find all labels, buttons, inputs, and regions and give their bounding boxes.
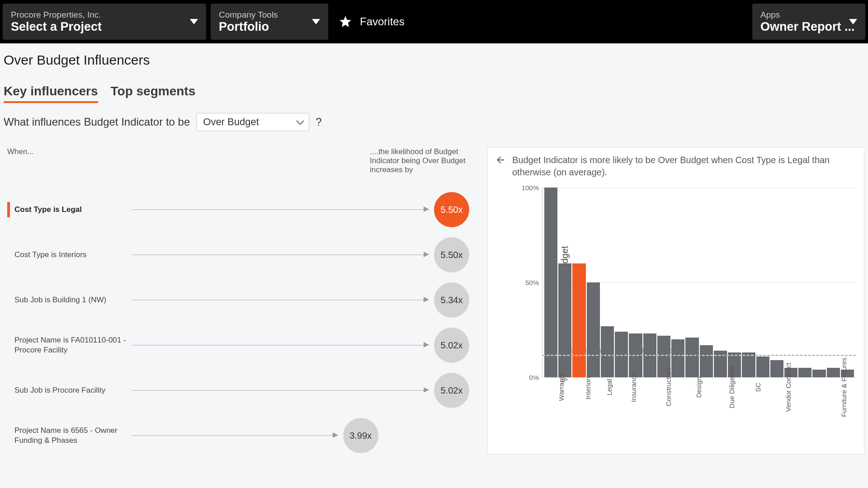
tab-key-influencers[interactable]: Key influencers (4, 84, 98, 103)
chart: %Budget Indicator is Over Budget 0%50%10… (514, 188, 856, 441)
star-icon (339, 15, 352, 28)
company-tools-selector[interactable]: Company Tools Portfolio (211, 4, 328, 40)
influencer-row[interactable]: Project Name is FA010110-001 - Procore F… (7, 323, 469, 368)
chart-bar[interactable] (587, 282, 600, 377)
apps-label: Apps (760, 10, 857, 20)
chart-ytick: 50% (525, 279, 542, 286)
insight-text: Budget Indicator is more likely to be Ov… (512, 154, 856, 178)
caret-down-icon (312, 19, 320, 24)
chart-bar[interactable] (572, 263, 585, 377)
influencer-label: Sub Job is Procore Facility (14, 385, 132, 395)
arrowhead-icon (424, 341, 429, 349)
page-title: Over Budget Influencers (4, 52, 864, 68)
apps-value: Owner Report ... (760, 20, 857, 34)
caret-down-icon (849, 19, 857, 24)
influencer-row[interactable]: Cost Type is Interiors5.50x (7, 232, 469, 277)
company-tools-label: Company Tools (219, 10, 320, 20)
tabs: Key influencers Top segments (4, 84, 864, 103)
project-selector[interactable]: Procore Properties, Inc. Select a Projec… (3, 4, 206, 40)
influencer-factor-bubble: 5.02x (434, 328, 469, 363)
target-value-dropdown[interactable]: Over Budget (196, 113, 309, 131)
influencer-track (132, 435, 338, 436)
chart-panel: Budget Indicator is more likely to be Ov… (487, 147, 864, 455)
chart-bar[interactable] (601, 326, 614, 377)
svg-marker-2 (340, 16, 351, 27)
project-selector-value: Select a Project (11, 20, 198, 34)
influencer-factor-bubble: 5.02x (434, 373, 469, 408)
tab-top-segments[interactable]: Top segments (111, 84, 196, 103)
back-arrow-icon[interactable] (496, 154, 506, 168)
svg-marker-9 (333, 432, 338, 438)
chart-bar[interactable] (544, 188, 557, 377)
svg-marker-1 (312, 19, 320, 24)
company-tools-value: Portfolio (219, 20, 320, 34)
arrowhead-icon (424, 206, 429, 214)
column-header-likelihood: ....the likelihood of Budget Indicator b… (370, 147, 469, 174)
svg-marker-8 (424, 387, 429, 393)
svg-marker-4 (424, 206, 429, 212)
column-header-when: When... (7, 147, 125, 174)
influencer-track (132, 254, 429, 255)
influencer-row[interactable]: Cost Type is Legal5.50x (7, 187, 469, 232)
influencer-factor-bubble: 3.99x (343, 418, 378, 453)
chart-bar[interactable] (558, 263, 571, 377)
svg-marker-6 (424, 297, 429, 302)
arrowhead-icon (333, 432, 338, 440)
influencer-track (132, 300, 429, 300)
influencer-track (132, 390, 429, 391)
svg-marker-3 (849, 19, 857, 24)
favorites-link[interactable]: Favorites (339, 15, 405, 28)
influencer-label: Cost Type is Interiors (14, 250, 132, 260)
chevron-down-icon (296, 116, 304, 128)
influencer-row[interactable]: Sub Job is Building 1 (NW)5.34x (7, 277, 469, 323)
influencer-track (132, 209, 429, 210)
influencer-factor-bubble: 5.50x (434, 192, 469, 227)
chart-ytick: 0% (529, 374, 542, 381)
influencer-row[interactable]: Project Name is 6565 - Owner Funding & P… (7, 413, 469, 458)
question-row: What influences Budget Indicator to be O… (4, 113, 864, 131)
svg-marker-5 (424, 252, 429, 257)
row-accent (7, 202, 10, 217)
influencer-factor-bubble: 5.50x (434, 237, 469, 272)
chart-xtick: Vendor Contract (784, 363, 840, 412)
question-suffix: ? (316, 116, 321, 128)
influencer-list: When... ....the likelihood of Budget Ind… (4, 147, 469, 458)
favorites-label: Favorites (360, 15, 405, 28)
target-value: Over Budget (203, 116, 259, 127)
svg-marker-0 (190, 19, 198, 24)
project-selector-company: Procore Properties, Inc. (11, 10, 198, 20)
influencer-label: Project Name is 6565 - Owner Funding & P… (14, 426, 132, 446)
chart-average-line (542, 355, 856, 356)
influencer-label: Sub Job is Building 1 (NW) (14, 295, 132, 305)
influencer-label: Project Name is FA010110-001 - Procore F… (14, 335, 132, 355)
influencer-track (132, 345, 429, 346)
influencer-row[interactable]: Sub Job is Procore Facility5.02x (7, 368, 469, 413)
question-prefix: What influences Budget Indicator to be (4, 116, 190, 128)
chart-ytick: 100% (522, 184, 542, 192)
chart-xtick: Furniture & Fixtures (840, 357, 868, 417)
apps-selector[interactable]: Apps Owner Report ... (752, 4, 865, 40)
influencer-factor-bubble: 5.34x (434, 282, 469, 318)
influencer-label: Cost Type is Legal (14, 205, 132, 215)
caret-down-icon (190, 19, 198, 24)
arrowhead-icon (424, 386, 429, 394)
svg-marker-7 (424, 342, 429, 347)
arrowhead-icon (424, 296, 429, 304)
top-nav: Procore Properties, Inc. Select a Projec… (0, 0, 868, 43)
arrowhead-icon (424, 251, 429, 259)
